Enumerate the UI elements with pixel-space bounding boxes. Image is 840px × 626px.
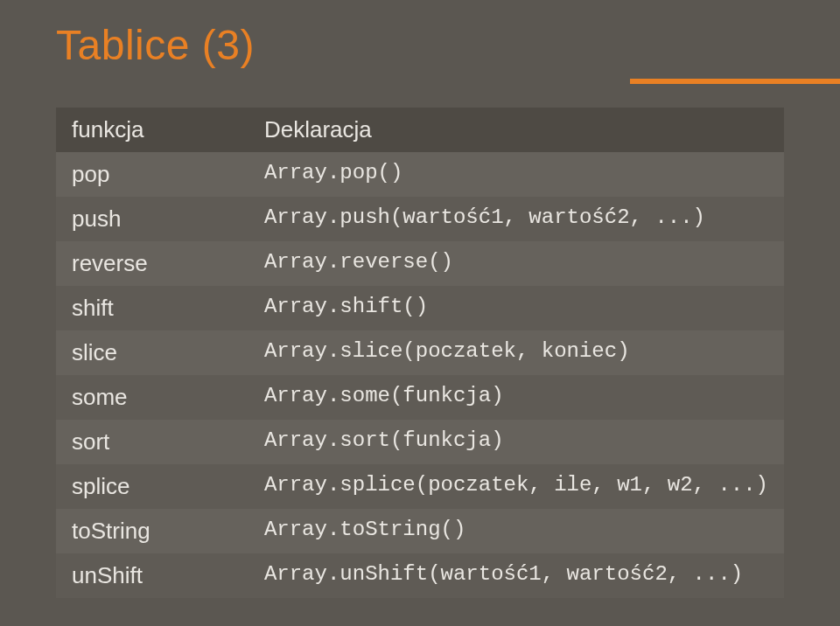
table-header-row: funkcja Deklaracja: [56, 108, 784, 152]
cell-declaration: Array.shift(): [248, 286, 784, 330]
col-header-declaration: Deklaracja: [248, 108, 784, 152]
cell-declaration: Array.sort(funkcja): [248, 420, 784, 464]
cell-function: pop: [56, 152, 248, 197]
cell-declaration: Array.splice(poczatek, ile, w1, w2, ...): [248, 464, 784, 509]
cell-declaration: Array.pop(): [248, 152, 784, 197]
table-row: toString Array.toString(): [56, 509, 784, 553]
methods-table: funkcja Deklaracja pop Array.pop() push …: [56, 108, 784, 598]
cell-function: reverse: [56, 241, 248, 286]
slide-title: Tablice (3): [56, 21, 784, 69]
cell-function: toString: [56, 509, 248, 553]
table-row: some Array.some(funkcja): [56, 375, 784, 420]
cell-declaration: Array.some(funkcja): [248, 375, 784, 420]
cell-function: splice: [56, 464, 248, 509]
cell-function: push: [56, 197, 248, 241]
col-header-function: funkcja: [56, 108, 248, 152]
cell-function: unShift: [56, 553, 248, 598]
cell-function: shift: [56, 286, 248, 330]
table-row: splice Array.splice(poczatek, ile, w1, w…: [56, 464, 784, 509]
table-row: slice Array.slice(poczatek, koniec): [56, 330, 784, 375]
cell-function: some: [56, 375, 248, 420]
slide: Tablice (3) funkcja Deklaracja pop Array…: [0, 0, 840, 626]
cell-function: sort: [56, 420, 248, 464]
cell-declaration: Array.slice(poczatek, koniec): [248, 330, 784, 375]
table-row: shift Array.shift(): [56, 286, 784, 330]
cell-function: slice: [56, 330, 248, 375]
cell-declaration: Array.reverse(): [248, 241, 784, 286]
table-row: unShift Array.unShift(wartość1, wartość2…: [56, 553, 784, 598]
table-row: sort Array.sort(funkcja): [56, 420, 784, 464]
cell-declaration: Array.push(wartość1, wartość2, ...): [248, 197, 784, 241]
table-row: pop Array.pop(): [56, 152, 784, 197]
cell-declaration: Array.unShift(wartość1, wartość2, ...): [248, 553, 784, 598]
table-row: push Array.push(wartość1, wartość2, ...): [56, 197, 784, 241]
table-row: reverse Array.reverse(): [56, 241, 784, 286]
accent-bar: [630, 79, 840, 84]
cell-declaration: Array.toString(): [248, 509, 784, 553]
